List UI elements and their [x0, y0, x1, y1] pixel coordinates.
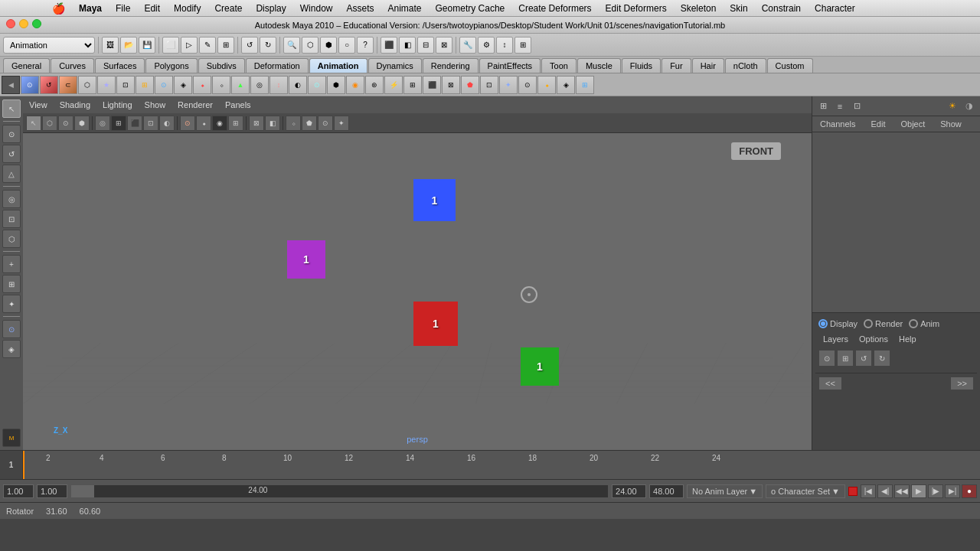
tb-btn-2[interactable]: 📂	[120, 37, 137, 54]
menu-geometry-cache[interactable]: Geometry Cache	[430, 2, 511, 15]
lt-btn-3[interactable]: ↺	[2, 145, 21, 163]
lt-btn-4[interactable]: △	[2, 165, 21, 183]
anim-shelf-btn-22[interactable]: ⬛	[423, 76, 441, 94]
go-to-end-btn[interactable]: ▶|	[945, 484, 960, 498]
anim-shelf-btn-2[interactable]: ↺	[40, 76, 58, 94]
menu-modify[interactable]: Modify	[168, 2, 207, 15]
timeline-area[interactable]: 1 2 4 6 8 10 12 14 16 18 20 22 24	[0, 450, 980, 479]
tab-fur[interactable]: Fur	[662, 58, 691, 73]
rp-tab-channels[interactable]: Channels	[812, 116, 863, 132]
tb-btn-17[interactable]: ⊟	[417, 37, 434, 54]
anim-shelf-btn-15[interactable]: ◐	[289, 76, 307, 94]
tb-btn-16[interactable]: ◧	[399, 37, 416, 54]
tab-animation[interactable]: Animation	[309, 58, 368, 73]
vp-select-btn[interactable]: ↖	[26, 116, 41, 131]
vp-tb-15[interactable]: ◧	[265, 116, 280, 131]
cube-red[interactable]: 1	[413, 302, 458, 346]
rp-tab-show[interactable]: Show	[933, 116, 969, 132]
play-back-btn[interactable]: ◀◀	[894, 484, 910, 498]
rp-radio-anim[interactable]: Anim	[909, 319, 939, 328]
tab-polygons[interactable]: Polygons	[145, 58, 197, 73]
menu-display[interactable]: Display	[250, 2, 292, 15]
anim-shelf-btn-21[interactable]: ⊞	[403, 76, 422, 94]
step-forward-btn[interactable]: |▶	[928, 484, 943, 498]
tb-btn-13[interactable]: ○	[338, 37, 355, 54]
close-button[interactable]	[6, 19, 15, 28]
anim-shelf-btn-18[interactable]: ◉	[346, 76, 364, 94]
tab-surfaces[interactable]: Surfaces	[95, 58, 145, 73]
vp-tb-7[interactable]: ⬛	[127, 116, 142, 131]
tb-btn-18[interactable]: ⊠	[436, 37, 452, 54]
end-frame-field[interactable]	[612, 484, 646, 498]
tb-btn-10[interactable]: 🔍	[283, 37, 300, 54]
vp-tb-18[interactable]: ⊙	[318, 116, 333, 131]
rp-icon-4[interactable]: ☀	[945, 99, 960, 114]
tab-muscle[interactable]: Muscle	[577, 58, 621, 73]
cube-blue[interactable]: 1	[413, 179, 456, 221]
tb-btn-14[interactable]: ?	[357, 37, 374, 54]
3d-scene[interactable]: 1 1 1 1 FRONT Z_X persp	[23, 133, 812, 450]
cube-green[interactable]: 1	[521, 347, 559, 386]
menu-create[interactable]: Create	[208, 2, 248, 15]
tab-deformation[interactable]: Deformation	[246, 58, 309, 73]
vp-tb-8[interactable]: ⊡	[143, 116, 158, 131]
rp-layer-btn-1[interactable]: ⊙	[818, 350, 835, 367]
anim-shelf-btn-16[interactable]: ⊙	[308, 76, 326, 94]
vp-menu-lighting[interactable]: Lighting	[103, 100, 132, 109]
vp-tb-10[interactable]: ⊙	[180, 116, 195, 131]
anim-shelf-btn-9[interactable]: ◈	[174, 76, 192, 94]
rp-layer-btn-3[interactable]: ↺	[855, 350, 872, 367]
tab-custom[interactable]: Custom	[767, 58, 813, 73]
anim-shelf-btn-12[interactable]: ▲	[231, 76, 250, 94]
vp-menu-renderer[interactable]: Renderer	[178, 100, 213, 109]
tb-btn-22[interactable]: ⊞	[514, 37, 531, 54]
tb-btn-7[interactable]: ⊞	[217, 37, 234, 54]
anim-shelf-btn-8[interactable]: ⊙	[155, 76, 173, 94]
menu-edit-deformers[interactable]: Edit Deformers	[599, 2, 673, 15]
tab-subdivs[interactable]: Subdivs	[198, 58, 245, 73]
tab-rendering[interactable]: Rendering	[423, 58, 479, 73]
menu-window[interactable]: Window	[294, 2, 339, 15]
timeline-track[interactable]: 2 4 6 8 10 12 14 16 18 20 22 24	[23, 451, 980, 479]
anim-shelf-btn-6[interactable]: ⊡	[116, 76, 135, 94]
step-back-btn[interactable]: ◀|	[877, 484, 893, 498]
lt-btn-5[interactable]: ◎	[2, 190, 21, 208]
auto-key-btn[interactable]: ●	[962, 484, 977, 498]
play-btn[interactable]: ▶	[911, 484, 926, 498]
anim-end-field[interactable]	[649, 484, 684, 498]
playhead[interactable]	[23, 451, 24, 479]
menu-create-deformers[interactable]: Create Deformers	[512, 2, 597, 15]
anim-shelf-btn-24[interactable]: ⬟	[461, 76, 479, 94]
menu-skin[interactable]: Skin	[724, 2, 753, 15]
vp-menu-shading[interactable]: Shading	[60, 100, 90, 109]
vp-tb-6[interactable]: ⊞	[111, 116, 126, 131]
vp-tb-9[interactable]: ◐	[159, 116, 175, 131]
mode-selector[interactable]: Animation	[3, 37, 95, 54]
lt-btn-8[interactable]: +	[2, 255, 21, 273]
anim-shelf-btn-14[interactable]: ↕	[270, 76, 288, 94]
rp-menu-help[interactable]: Help	[894, 333, 921, 345]
anim-shelf-btn-13[interactable]: ◎	[250, 76, 269, 94]
tab-fluids[interactable]: Fluids	[622, 58, 661, 73]
tb-btn-4[interactable]: ⬜	[162, 37, 179, 54]
character-set-btn[interactable]: o Character Set ▼	[766, 484, 845, 498]
rp-menu-options[interactable]: Options	[854, 333, 893, 345]
tb-btn-1[interactable]: 🖼	[102, 37, 119, 54]
rp-radio-display[interactable]: Display	[818, 319, 858, 328]
menu-character[interactable]: Character	[808, 2, 861, 15]
rp-tab-object[interactable]: Object	[893, 116, 933, 132]
anim-shelf-btn-17[interactable]: ⬢	[327, 76, 345, 94]
tb-btn-3[interactable]: 💾	[139, 37, 155, 54]
tab-hair[interactable]: Hair	[692, 58, 724, 73]
anim-shelf-btn-4[interactable]: ⬡	[78, 76, 96, 94]
vp-tb-3[interactable]: ⊙	[58, 116, 74, 131]
vp-tb-5[interactable]: ◎	[95, 116, 110, 131]
anim-shelf-btn-19[interactable]: ⊛	[365, 76, 384, 94]
anim-shelf-btn-3[interactable]: ⊂	[59, 76, 77, 94]
anim-shelf-btn-11[interactable]: ⬦	[212, 76, 230, 94]
tab-toon[interactable]: Toon	[541, 58, 577, 73]
anim-shelf-btn-29[interactable]: ◈	[557, 76, 575, 94]
tb-btn-21[interactable]: ↕	[496, 37, 513, 54]
vp-tb-2[interactable]: ⬡	[42, 116, 57, 131]
lt-btn-9[interactable]: ⊞	[2, 275, 21, 293]
